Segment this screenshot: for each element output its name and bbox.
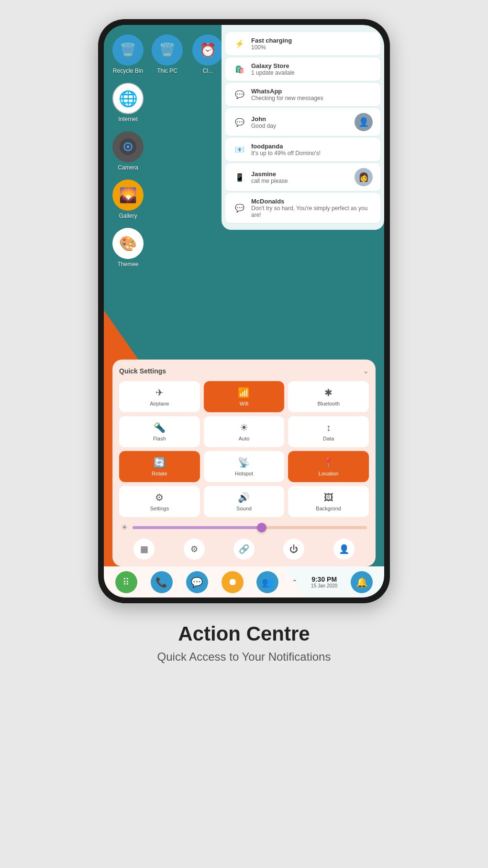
brightness-row: ☀ (119, 523, 369, 532)
bottom-nav: ⠿ 📞 💬 ⏺ 👥 ⌃ 9:30 PM 15 Jan 2020 (104, 566, 384, 597)
wifi-icon: 📶 (238, 387, 250, 398)
mcdonalds-icon: 💬 (233, 202, 246, 215)
fast-charging-title: Fast charging (251, 37, 373, 44)
notif-john-content: John Good day (251, 115, 350, 129)
notif-mcdonalds[interactable]: 💬 McDonalds Don't try so hard, You're si… (225, 193, 380, 224)
svg-point-2 (127, 146, 130, 148)
notif-galaxy-store[interactable]: 🛍️ Galaxy Store 1 update availale (225, 57, 380, 81)
themee-icon: 🎨 (112, 228, 144, 259)
brightness-track[interactable] (133, 526, 367, 529)
internet-icon: 🌐 (112, 83, 144, 114)
nav-contacts[interactable]: 👥 (256, 571, 278, 593)
nav-messages[interactable]: 💬 (186, 571, 208, 593)
qs-rotate[interactable]: 🔄 Rotate (119, 451, 200, 482)
auto-icon: ☀ (240, 422, 248, 433)
hotspot-label: Hotspot (235, 471, 253, 476)
nav-expand-icon[interactable]: ⌃ (292, 578, 298, 586)
john-title: John (251, 115, 350, 123)
qs-airplane[interactable]: ✈ Airplane (119, 381, 200, 412)
nav-time: 9:30 PM (311, 575, 337, 583)
notif-fast-charging-content: Fast charging 100% (251, 37, 373, 51)
qs-action-power[interactable]: ⏻ (283, 539, 304, 560)
qs-hotspot[interactable]: 📡 Hotspot (204, 451, 285, 482)
messages-nav-icon: 💬 (191, 576, 203, 588)
qs-action-settings[interactable]: ⚙ (184, 539, 205, 560)
brightness-thumb[interactable] (257, 523, 266, 532)
bluetooth-icon: ✱ (324, 387, 333, 398)
jasmine-title: Jasmine (251, 170, 350, 178)
qs-action-network[interactable]: 🔗 (233, 539, 255, 560)
fast-charging-subtitle: 100% (251, 44, 373, 51)
notif-foodpanda[interactable]: 📧 foodpanda It's up to 49% off Domino's! (225, 138, 380, 162)
apps-drawer-icon: ⠿ (122, 576, 130, 588)
camera-label: Camera (118, 164, 138, 171)
galaxy-store-subtitle: 1 update availale (251, 69, 373, 76)
jasmine-subtitle: call me please (251, 178, 350, 184)
qs-wifi[interactable]: 📶 Wifi (204, 381, 285, 412)
icon-themee[interactable]: 🎨 Themee (112, 228, 144, 268)
location-icon: 📍 (322, 457, 334, 468)
whatsapp-subtitle: Checking for new messages (251, 95, 373, 101)
qs-bluetooth[interactable]: ✱ Bluetooth (288, 381, 369, 412)
notif-john[interactable]: 💬 John Good day 👤 (225, 108, 380, 136)
foodpanda-icon: 📧 (233, 143, 246, 157)
qs-background[interactable]: 🖼 Backgrond (288, 486, 369, 517)
notif-fast-charging[interactable]: ⚡ Fast charging 100% (225, 32, 380, 56)
qs-chevron-icon[interactable]: ⌄ (363, 366, 369, 375)
notif-whatsapp[interactable]: 💬 WhatsApp Checking for new messages (225, 83, 380, 107)
icon-internet[interactable]: 🌐 Internet (112, 83, 144, 123)
qs-location[interactable]: 📍 Location (288, 451, 369, 482)
icon-camera[interactable]: Camera (112, 131, 144, 171)
qs-flash[interactable]: 🔦 Flash (119, 416, 200, 447)
clock-icon-item[interactable]: ⏰ Cl... (192, 34, 223, 74)
notif-whatsapp-content: WhatsApp Checking for new messages (251, 88, 373, 101)
phone-frame: 🗑️ Recycle Bin 🌐 Internet (98, 19, 390, 603)
galaxy-store-title: Galaxy Store (251, 62, 373, 69)
hotspot-icon: 📡 (238, 457, 250, 468)
nav-apps-drawer[interactable]: ⠿ (115, 571, 137, 593)
clock-label: Cl... (203, 68, 213, 74)
phone-screen: 🗑️ Recycle Bin 🌐 Internet (104, 25, 384, 597)
galaxy-store-icon: 🛍️ (233, 63, 246, 76)
gallery-label: Gallery (119, 213, 137, 219)
notification-bell-icon: 🔔 (356, 576, 368, 588)
qs-action-user[interactable]: 👤 (333, 539, 355, 560)
qs-settings[interactable]: ⚙ Settings (119, 486, 200, 517)
thic-pc-icon-item[interactable]: 🗑️ Thic PC (152, 34, 183, 74)
john-avatar: 👤 (355, 113, 373, 131)
recycle-bin-label: Recycle Bin (113, 68, 143, 74)
top-icons-row: 🗑️ Thic PC ⏰ Cl... (152, 34, 223, 74)
qs-data[interactable]: ↕ Data (288, 416, 369, 447)
notif-jasmine[interactable]: 📱 Jasmine call me please 👩 (225, 163, 380, 192)
thic-pc-icon: 🗑️ (152, 34, 183, 66)
data-icon: ↕ (326, 422, 331, 433)
icon-recycle-bin[interactable]: 🗑️ Recycle Bin (112, 34, 144, 74)
qs-action-apps[interactable]: ▦ (133, 539, 155, 560)
contacts-nav-icon: 👥 (262, 576, 274, 588)
qs-sound[interactable]: 🔊 Sound (204, 486, 285, 517)
settings-label: Settings (150, 506, 169, 511)
nav-notifications[interactable]: 🔔 (351, 571, 373, 593)
jasmine-avatar: 👩 (355, 168, 373, 186)
caption-subtitle: Quick Access to Your Notifications (157, 650, 331, 664)
notif-galaxy-store-content: Galaxy Store 1 update availale (251, 62, 373, 76)
phone-nav-icon: 📞 (155, 576, 167, 588)
icon-gallery[interactable]: 🌄 Gallery (112, 180, 144, 219)
rotate-icon: 🔄 (154, 457, 166, 468)
foodpanda-title: foodpanda (251, 143, 373, 150)
mcdonalds-subtitle: Don't try so hard, You're simply perfect… (251, 205, 373, 218)
qs-auto[interactable]: ☀ Auto (204, 416, 285, 447)
whatsapp-icon: 💬 (233, 88, 246, 101)
nav-phone[interactable]: 📞 (151, 571, 173, 593)
caption-section: Action Centre Quick Access to Your Notif… (138, 622, 350, 683)
nav-date: 15 Jan 2020 (311, 583, 337, 588)
internet-label: Internet (118, 116, 138, 123)
flash-label: Flash (153, 436, 166, 441)
notif-jasmine-content: Jasmine call me please (251, 170, 350, 184)
clock-icon: ⏰ (192, 34, 223, 66)
themee-label: Themee (117, 261, 138, 268)
brightness-low-icon: ☀ (121, 523, 128, 532)
airplane-icon: ✈ (155, 387, 164, 398)
nav-camera[interactable]: ⏺ (222, 571, 244, 593)
recycle-bin-icon: 🗑️ (112, 34, 144, 66)
